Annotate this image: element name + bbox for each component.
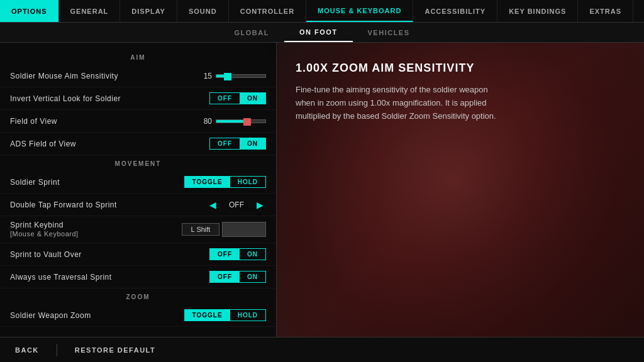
info-panel-title: 1.00x Zoom Aim Sensitivity — [296, 62, 625, 75]
toggle-on-sprint-vault[interactable]: ON — [240, 249, 265, 260]
setting-label-fov: Field of View — [10, 117, 196, 126]
restore-default-button[interactable]: Restore Default — [70, 344, 160, 356]
info-panel: 1.00x Zoom Aim Sensitivity Fine-tune the… — [277, 43, 644, 337]
toggle-sprint-vault: OFF ON — [209, 248, 266, 260]
toggle-traversal-sprint: OFF ON — [209, 271, 266, 283]
info-panel-description: Fine-tune the aiming sensitivity of the … — [296, 84, 509, 123]
nav-item-options[interactable]: Options — [0, 0, 59, 22]
toggle-soldier-sprint: TOGGLE HOLD — [184, 176, 266, 188]
sub-item-vehicles[interactable]: Vehicles — [353, 23, 425, 42]
arrow-right-double-tap[interactable]: ▶ — [254, 200, 266, 210]
setting-row-traversal-sprint: Always use Traversal Sprint OFF ON — [0, 266, 276, 288]
slider-control-aim-sensitivity: 15 — [196, 72, 266, 80]
slider-fill-aim-sensitivity — [216, 75, 224, 77]
keybind-control-sprint: L Shift — [182, 222, 266, 237]
section-header-zoom: ZOOM — [0, 288, 276, 304]
toggle-on-ads-fov[interactable]: ON — [240, 138, 265, 149]
main-content: AIM Soldier Mouse Aim Sensitivity 15 Inv… — [0, 43, 644, 337]
sub-item-on-foot[interactable]: On Foot — [284, 23, 353, 42]
keybind-secondary-sprint[interactable] — [222, 222, 266, 237]
toggle-group-weapon-zoom: TOGGLE HOLD — [184, 309, 266, 321]
setting-row-weapon-zoom: Soldier Weapon Zoom TOGGLE HOLD — [0, 304, 276, 327]
setting-row-sprint-keybind: Sprint Keybind[Mouse & Keyboard] L Shift — [0, 216, 276, 243]
toggle-group-invert-vertical: OFF ON — [209, 92, 266, 104]
setting-label-ads-fov: ADS Field of View — [10, 140, 209, 148]
nav-item-mouse-keyboard[interactable]: Mouse & Keyboard — [306, 0, 413, 22]
nav-item-key-bindings[interactable]: Key Bindings — [497, 0, 578, 22]
toggle-toggle-weapon-zoom[interactable]: TOGGLE — [185, 310, 230, 321]
slider-thumb-fov — [243, 118, 251, 126]
toggle-group-traversal-sprint: OFF ON — [209, 271, 266, 283]
settings-panel: AIM Soldier Mouse Aim Sensitivity 15 Inv… — [0, 43, 277, 337]
slider-value-aim-sensitivity: 15 — [196, 72, 212, 80]
top-navigation: Options General Display Sound Controller… — [0, 0, 644, 23]
toggle-hold-soldier-sprint[interactable]: HOLD — [230, 177, 265, 187]
nav-item-general[interactable]: General — [59, 0, 121, 22]
bottom-bar: Back Restore Default — [0, 337, 644, 362]
setting-label-invert-vertical: Invert Vertical Look for Soldier — [10, 94, 209, 103]
nav-item-controller[interactable]: Controller — [229, 0, 306, 22]
keybind-primary-sprint[interactable]: L Shift — [182, 223, 219, 236]
slider-track-aim-sensitivity[interactable] — [216, 74, 266, 78]
setting-label-double-tap: Double Tap Forward to Sprint — [10, 200, 207, 209]
setting-label-weapon-zoom: Soldier Weapon Zoom — [10, 311, 184, 320]
toggle-invert-vertical: OFF ON — [209, 92, 266, 104]
toggle-off-ads-fov[interactable]: OFF — [210, 138, 240, 149]
toggle-group-ads-fov: OFF ON — [209, 138, 266, 150]
toggle-group-sprint-vault: OFF ON — [209, 248, 266, 260]
setting-row-double-tap: Double Tap Forward to Sprint ◀ OFF ▶ — [0, 194, 276, 216]
section-header-aim: AIM — [0, 49, 276, 65]
slider-value-fov: 80 — [196, 117, 212, 126]
bottom-divider — [57, 344, 57, 356]
arrow-left-double-tap[interactable]: ◀ — [207, 200, 219, 210]
setting-row-sprint-vault: Sprint to Vault Over OFF ON — [0, 243, 276, 266]
toggle-hold-weapon-zoom[interactable]: HOLD — [230, 310, 265, 321]
setting-row-soldier-sprint: Soldier Sprint TOGGLE HOLD — [0, 171, 276, 194]
sub-navigation: Global On Foot Vehicles — [0, 23, 644, 43]
slider-thumb-aim-sensitivity — [224, 73, 231, 80]
sub-item-global[interactable]: Global — [219, 23, 284, 42]
toggle-toggle-soldier-sprint[interactable]: TOGGLE — [185, 177, 230, 187]
toggle-on-invert-vertical[interactable]: ON — [240, 93, 265, 104]
slider-control-fov: 80 — [196, 117, 266, 126]
setting-row-ads-fov: ADS Field of View OFF ON — [0, 133, 276, 155]
section-header-movement: MOVEMENT — [0, 155, 276, 171]
setting-label-sprint-vault: Sprint to Vault Over — [10, 250, 209, 259]
toggle-off-invert-vertical[interactable]: OFF — [210, 93, 240, 104]
toggle-off-sprint-vault[interactable]: OFF — [210, 249, 240, 260]
setting-label-aim-sensitivity: Soldier Mouse Aim Sensitivity — [10, 72, 196, 80]
nav-item-sound[interactable]: Sound — [177, 0, 229, 22]
setting-label-sprint-keybind: Sprint Keybind[Mouse & Keyboard] — [10, 221, 182, 238]
slider-track-fov[interactable] — [216, 119, 266, 123]
arrow-control-double-tap: ◀ OFF ▶ — [207, 200, 266, 210]
setting-row-fov: Field of View 80 — [0, 110, 276, 133]
setting-label-traversal-sprint: Always use Traversal Sprint — [10, 273, 209, 282]
slider-fill-fov — [216, 120, 243, 123]
toggle-off-traversal-sprint[interactable]: OFF — [210, 272, 240, 282]
setting-row-aim-sensitivity: Soldier Mouse Aim Sensitivity 15 — [0, 65, 276, 87]
arrow-value-double-tap: OFF — [224, 200, 249, 209]
toggle-ads-fov: OFF ON — [209, 138, 266, 150]
toggle-on-traversal-sprint[interactable]: ON — [240, 272, 265, 282]
nav-item-display[interactable]: Display — [120, 0, 177, 22]
nav-item-accessibility[interactable]: Accessibility — [413, 0, 497, 22]
setting-label-soldier-sprint: Soldier Sprint — [10, 178, 184, 187]
back-button[interactable]: Back — [10, 344, 44, 356]
toggle-group-soldier-sprint: TOGGLE HOLD — [184, 176, 266, 188]
setting-row-invert-vertical: Invert Vertical Look for Soldier OFF ON — [0, 87, 276, 110]
toggle-weapon-zoom: TOGGLE HOLD — [184, 309, 266, 321]
nav-item-extras[interactable]: Extras — [578, 0, 633, 22]
